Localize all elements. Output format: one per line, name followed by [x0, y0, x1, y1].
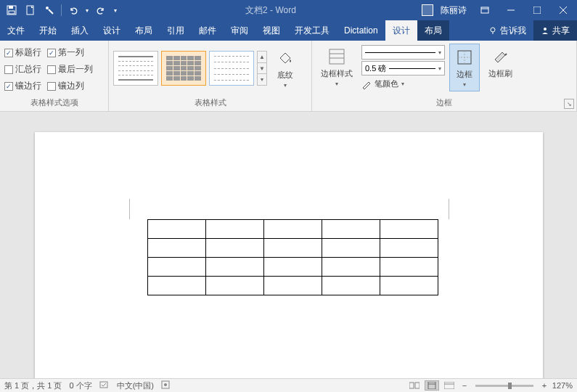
window-title: 文档2 - Word — [120, 4, 422, 17]
checkbox-icon — [47, 65, 56, 74]
tab-table-layout[interactable]: 布局 — [417, 20, 449, 41]
share-label: 共享 — [552, 25, 570, 37]
table-row[interactable] — [147, 277, 438, 295]
touch-mode-icon[interactable] — [41, 1, 58, 19]
group-label-borders: 边框 — [316, 97, 572, 110]
user-name: 陈丽诗 — [441, 4, 467, 17]
redo-icon[interactable] — [92, 1, 110, 19]
margin-guide — [449, 199, 449, 219]
save-icon[interactable] — [3, 1, 20, 19]
tab-references[interactable]: 引用 — [160, 20, 192, 41]
status-language[interactable]: 中文(中国) — [117, 380, 154, 391]
table-row[interactable] — [147, 220, 438, 239]
tab-layout[interactable]: 布局 — [128, 20, 160, 41]
view-read-icon[interactable] — [407, 380, 422, 391]
margin-guide — [129, 199, 130, 219]
group-label-options: 表格样式选项 — [4, 97, 104, 110]
ribbon-options-icon[interactable] — [474, 1, 496, 19]
cb-label: 镶边行 — [15, 80, 41, 92]
tab-dictation[interactable]: Dictation — [337, 20, 385, 41]
page[interactable] — [35, 132, 543, 378]
qat-customize[interactable]: ▾ — [111, 1, 120, 19]
line-preview — [365, 52, 435, 53]
zoom-level[interactable]: 127% — [552, 381, 573, 390]
tab-file[interactable]: 文件 — [0, 20, 32, 41]
table-row[interactable] — [147, 239, 438, 258]
line-preview — [389, 68, 435, 69]
border-styles-button[interactable]: 边框样式 ▾ — [316, 44, 357, 90]
cb-total-row[interactable]: 汇总行 — [4, 63, 41, 75]
tellme-search[interactable]: 告诉我 — [481, 20, 533, 41]
border-label: 边框 — [457, 69, 472, 80]
gallery-down[interactable]: ▼ — [258, 63, 266, 75]
minimize-icon[interactable] — [500, 1, 522, 19]
svg-rect-25 — [428, 382, 435, 389]
undo-icon[interactable] — [65, 1, 82, 19]
checkbox-icon: ✓ — [4, 82, 13, 91]
user-badge-icon[interactable] — [422, 4, 433, 16]
table-style-grid[interactable] — [161, 51, 206, 86]
weight-value: 0.5 磅 — [365, 63, 386, 74]
cb-banded-col[interactable]: 镶边列 — [47, 80, 84, 92]
macro-icon[interactable] — [161, 380, 170, 391]
lightbulb-icon — [488, 26, 497, 35]
zoom-thumb[interactable] — [508, 383, 512, 389]
status-words[interactable]: 0 个字 — [69, 380, 91, 391]
maximize-icon[interactable] — [526, 1, 548, 19]
cb-first-col[interactable]: ✓ 第一列 — [47, 46, 84, 59]
dialog-launcher-icon[interactable]: ↘ — [564, 99, 574, 109]
zoom-out-button[interactable]: − — [459, 381, 470, 390]
pen-color-button[interactable]: 笔颜色 ▾ — [361, 77, 445, 91]
spellcheck-icon[interactable] — [99, 380, 110, 391]
svg-rect-23 — [409, 383, 414, 388]
cb-label: 第一列 — [58, 46, 84, 59]
document-area[interactable] — [0, 112, 577, 378]
table-row[interactable] — [147, 258, 438, 277]
border-button[interactable]: 边框 ▾ — [449, 44, 480, 91]
tab-devtools[interactable]: 开发工具 — [287, 20, 337, 41]
close-icon[interactable] — [552, 1, 574, 19]
border-painter-label: 边框刷 — [488, 68, 512, 79]
table-style-light[interactable] — [209, 51, 254, 86]
cb-banded-row[interactable]: ✓ 镶边行 — [4, 80, 41, 92]
undo-dropdown[interactable]: ▾ — [83, 1, 91, 19]
pen-icon — [361, 79, 372, 89]
document-table[interactable] — [147, 219, 438, 295]
tab-home[interactable]: 开始 — [32, 20, 64, 41]
view-web-icon[interactable] — [442, 380, 457, 391]
view-print-icon[interactable] — [425, 380, 439, 391]
border-painter-button[interactable]: 边框刷 — [484, 44, 517, 82]
new-icon[interactable] — [22, 1, 39, 19]
checkbox-icon: ✓ — [4, 49, 13, 57]
tab-table-design[interactable]: 设计 — [385, 20, 417, 41]
status-page[interactable]: 第 1 页，共 1 页 — [4, 380, 62, 391]
checkbox-icon — [47, 82, 56, 91]
checkbox-icon: ✓ — [47, 49, 56, 57]
tab-design-doc[interactable]: 设计 — [96, 20, 128, 41]
svg-point-22 — [164, 383, 167, 386]
zoom-slider[interactable] — [475, 385, 533, 387]
shading-button[interactable]: 底纹 ▾ — [270, 45, 300, 91]
shading-label: 底纹 — [277, 70, 293, 81]
zoom-in-button[interactable]: + — [539, 381, 549, 390]
tab-view[interactable]: 视图 — [255, 20, 287, 41]
line-weight-combo[interactable]: 0.5 磅 ▾ — [361, 61, 445, 75]
svg-rect-24 — [415, 383, 420, 388]
table-style-plain[interactable] — [113, 51, 158, 86]
tab-insert[interactable]: 插入 — [64, 20, 96, 41]
cb-header-row[interactable]: ✓ 标题行 — [4, 46, 41, 59]
chevron-down-icon: ▾ — [438, 65, 441, 72]
svg-rect-5 — [481, 7, 488, 13]
share-button[interactable]: 共享 — [533, 20, 577, 41]
tab-review[interactable]: 审阅 — [224, 20, 255, 41]
tab-mailings[interactable]: 邮件 — [192, 20, 224, 41]
doc-name: 文档2 — [245, 5, 268, 15]
line-style-combo[interactable]: ▾ — [361, 45, 445, 60]
border-styles-label: 边框样式 — [321, 68, 353, 79]
gallery-more[interactable]: ▾ — [258, 74, 266, 85]
gallery-up[interactable]: ▲ — [258, 52, 266, 63]
bucket-icon — [275, 48, 295, 68]
svg-point-4 — [46, 7, 49, 9]
group-label-styles: 表格样式 — [113, 97, 307, 110]
cb-last-col[interactable]: 最后一列 — [47, 63, 93, 75]
